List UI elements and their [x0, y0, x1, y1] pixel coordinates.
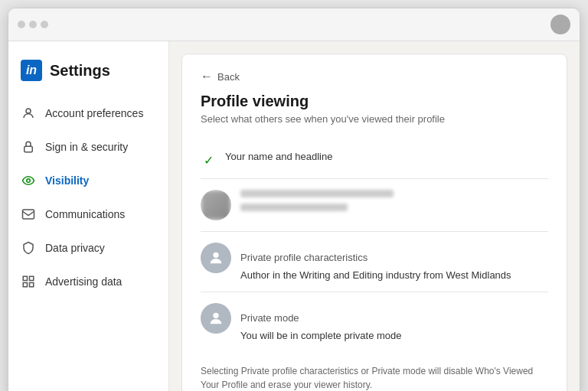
svg-rect-5 — [30, 276, 34, 280]
private-mode-avatar — [201, 303, 231, 334]
svg-point-8 — [213, 253, 218, 258]
lock-icon — [21, 139, 36, 155]
svg-point-2 — [27, 179, 31, 183]
svg-rect-6 — [23, 283, 27, 287]
sidebar-item-advertising[interactable]: Advertising data — [8, 265, 168, 298]
svg-rect-3 — [23, 210, 34, 219]
sidebar-item-label-visibility: Visibility — [45, 174, 89, 187]
sidebar: in Settings Account preferences — [8, 41, 169, 391]
svg-point-0 — [26, 109, 31, 113]
browser-window: in Settings Account preferences — [8, 8, 580, 391]
content-card: ← Back Profile viewing Select what other… — [181, 54, 567, 391]
private-mode-description: You will be in complete private mode — [240, 330, 548, 341]
sidebar-item-label-communications: Communications — [45, 208, 125, 220]
sidebar-item-communications[interactable]: Communications — [8, 197, 168, 231]
back-link[interactable]: ← Back — [201, 70, 548, 83]
browser-chrome — [8, 8, 580, 41]
sidebar-item-label-security: Sign in & security — [45, 141, 128, 153]
footer-note: Selecting Private profile characteristic… — [201, 364, 548, 391]
svg-rect-7 — [30, 283, 34, 287]
sidebar-item-data-privacy[interactable]: Data privacy — [8, 231, 168, 265]
browser-dot-2 — [29, 21, 37, 28]
sidebar-nav: Account preferences Sign in & security — [8, 96, 168, 298]
option-private-profile[interactable]: Private profile characteristics Author i… — [201, 232, 548, 292]
sidebar-item-account-preferences[interactable]: Account preferences — [8, 96, 168, 130]
private-mode-block: Private mode You will be in complete pri… — [240, 303, 548, 341]
mail-icon — [21, 207, 36, 222]
avatar — [201, 190, 231, 220]
private-profile-block: Private profile characteristics Author i… — [240, 243, 548, 281]
user-info-block — [240, 190, 394, 211]
browser-dot-1 — [18, 21, 25, 28]
browser-body: in Settings Account preferences — [8, 41, 580, 391]
page-title: Profile viewing — [201, 93, 548, 110]
option-avatar-row[interactable] — [201, 179, 548, 232]
eye-icon — [21, 173, 36, 188]
page-subtitle: Select what others see when you've viewe… — [201, 113, 548, 125]
option-your-name[interactable]: ✓ Your name and headline — [201, 140, 548, 179]
private-profile-section-label: Private profile characteristics — [240, 243, 548, 269]
private-mode-section-label: Private mode — [240, 303, 548, 330]
sidebar-item-visibility[interactable]: Visibility — [8, 164, 168, 197]
sidebar-item-label-advertising: Advertising data — [45, 275, 122, 288]
user-headline-blur — [240, 204, 348, 211]
sidebar-item-label-privacy: Data privacy — [45, 242, 105, 254]
private-profile-description: Author in the Writing and Editing indust… — [240, 269, 548, 281]
checkmark-icon: ✓ — [201, 152, 216, 168]
header-avatar — [550, 15, 570, 34]
option-private-mode[interactable]: Private mode You will be in complete pri… — [201, 292, 548, 352]
user-name-blur — [240, 190, 394, 197]
option-name-block: Your name and headline — [225, 151, 548, 164]
sidebar-item-label-account: Account preferences — [45, 107, 143, 119]
back-label: Back — [217, 71, 240, 83]
user-icon — [21, 106, 36, 121]
private-profile-avatar — [201, 243, 231, 273]
grid-icon — [21, 274, 36, 289]
settings-title: Settings — [50, 62, 110, 80]
linkedin-logo: in — [21, 60, 42, 81]
svg-rect-4 — [23, 276, 27, 280]
option-name-label: Your name and headline — [225, 151, 548, 162]
sidebar-header: in Settings — [8, 54, 168, 96]
main-content: ← Back Profile viewing Select what other… — [169, 41, 580, 391]
back-arrow-icon: ← — [201, 70, 213, 83]
header-right — [550, 15, 570, 34]
sidebar-item-sign-security[interactable]: Sign in & security — [8, 130, 168, 164]
svg-point-9 — [213, 313, 218, 318]
avatar-image-blur — [201, 190, 231, 220]
svg-rect-1 — [24, 146, 33, 152]
browser-dots — [18, 21, 48, 28]
browser-dot-3 — [41, 21, 48, 28]
shield-icon — [21, 240, 36, 256]
